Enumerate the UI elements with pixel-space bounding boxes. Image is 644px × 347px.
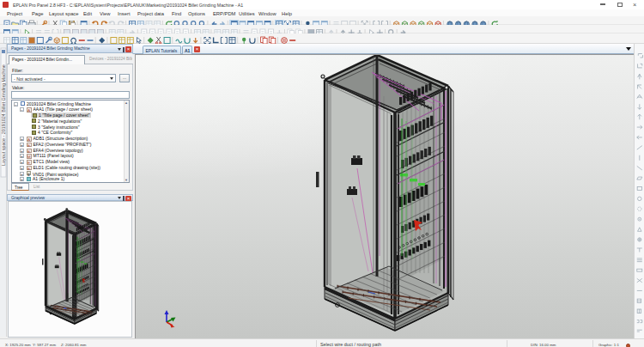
- svg-text:Layout space - 20191024 Billet: Layout space - 20191024 Billet Grinding …: [1, 64, 6, 166]
